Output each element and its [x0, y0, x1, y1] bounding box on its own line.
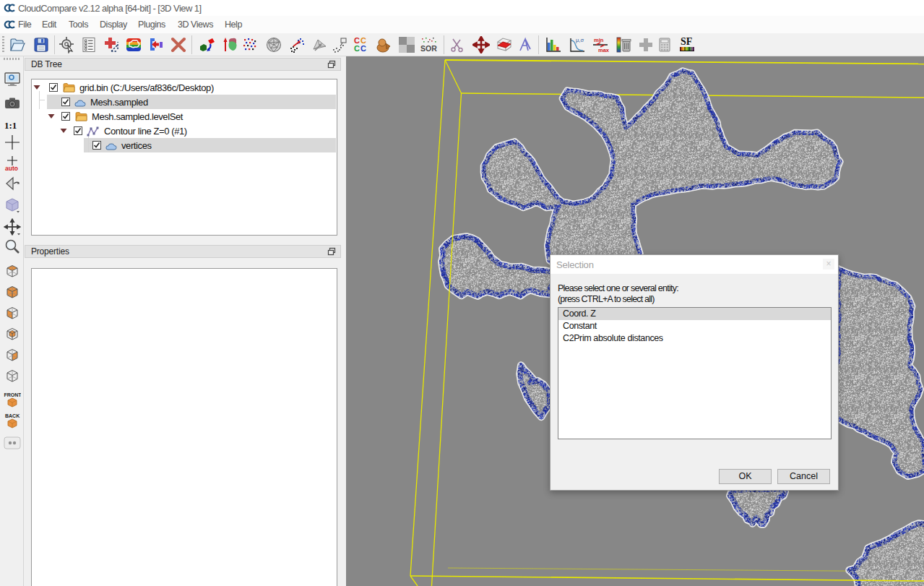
svg-text:C: C	[360, 44, 366, 53]
svg-text:BACK: BACK	[5, 413, 20, 418]
svg-text:FRONT: FRONT	[4, 392, 22, 397]
svg-text:C: C	[354, 44, 360, 53]
svg-text:max: max	[598, 47, 609, 53]
svg-text:μ,σ: μ,σ	[576, 37, 584, 43]
svg-text:min: min	[594, 37, 604, 43]
svg-text:1:1: 1:1	[4, 120, 17, 131]
svg-text:SOR: SOR	[420, 44, 437, 53]
svg-text:auto: auto	[5, 165, 18, 172]
svg-text:SF: SF	[681, 36, 692, 47]
